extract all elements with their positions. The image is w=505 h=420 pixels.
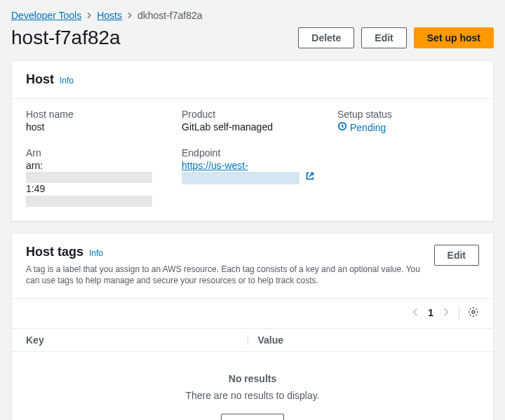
setup-host-button[interactable]: Set up host (414, 27, 494, 48)
gear-icon[interactable] (468, 306, 479, 320)
value-arn: arn: 1:49 (26, 160, 168, 207)
prop-endpoint: Endpoint https://us-west- (182, 147, 323, 207)
value-product: GitLab self-managed (182, 121, 323, 133)
chevron-right-icon (86, 10, 93, 21)
redacted-block (26, 172, 152, 183)
external-link-icon[interactable] (305, 172, 315, 183)
endpoint-link[interactable]: https://us-west- (182, 160, 248, 171)
host-panel-title: Host (26, 72, 54, 86)
host-tags-title: Host tags (26, 245, 83, 259)
prop-host-name: Host name host (26, 109, 168, 133)
pager-page: 1 (428, 307, 433, 318)
host-panel-body: Host name host Product GitLab self-manag… (12, 99, 493, 221)
breadcrumb-link-hosts[interactable]: Hosts (97, 10, 122, 21)
empty-subtitle: There are no results to display. (12, 390, 493, 401)
host-panel-header: Host Info (12, 61, 493, 99)
header-actions: Delete Edit Set up host (298, 27, 494, 48)
prop-arn: Arn arn: 1:49 (26, 147, 168, 207)
label-setup-status: Setup status (337, 109, 479, 120)
col-key[interactable]: Key (26, 334, 248, 346)
value-host-name: host (26, 121, 168, 133)
svg-point-1 (472, 311, 475, 313)
chevron-right-icon (126, 10, 133, 21)
label-arn: Arn (26, 147, 168, 158)
page-header: host-f7af82a Delete Edit Set up host (0, 27, 505, 60)
col-value[interactable]: Value (248, 334, 480, 346)
info-link[interactable]: Info (60, 76, 74, 86)
empty-title: No results (12, 373, 493, 384)
edit-button[interactable]: Edit (361, 27, 406, 48)
pending-icon (337, 121, 347, 133)
host-tags-header: Host tags Info A tag is a label that you… (12, 233, 493, 299)
add-tag-button[interactable]: Add tag (221, 414, 284, 420)
breadcrumb-link-devtools[interactable]: Developer Tools (11, 10, 81, 21)
breadcrumb-current: dkhost-f7af82a (137, 10, 203, 21)
divider (459, 306, 459, 320)
arn-prefix: arn: (26, 160, 43, 171)
pager-next[interactable] (442, 306, 450, 319)
pager-prev[interactable] (411, 306, 419, 319)
info-link[interactable]: Info (89, 248, 103, 258)
page-title: host-f7af82a (11, 27, 121, 49)
label-product: Product (182, 109, 323, 120)
tags-description: A tag is a label that you assign to an A… (26, 264, 423, 287)
redacted-block (182, 172, 299, 184)
tags-empty-state: No results There are no results to displ… (12, 352, 493, 420)
arn-suffix: 1:49 (26, 183, 45, 194)
status-text: Pending (350, 122, 386, 133)
delete-button[interactable]: Delete (298, 27, 354, 48)
host-tags-panel: Host tags Info A tag is a label that you… (11, 233, 494, 420)
breadcrumb: Developer Tools Hosts dkhost-f7af82a (0, 8, 505, 27)
value-setup-status: Pending (337, 121, 386, 133)
prop-product: Product GitLab self-managed (182, 109, 323, 133)
tags-table-header: Key Value (12, 328, 493, 352)
host-panel: Host Info Host name host Product GitLab … (11, 60, 494, 222)
redacted-block (26, 196, 152, 207)
edit-tags-button[interactable]: Edit (434, 245, 479, 266)
prop-setup-status: Setup status Pending (337, 109, 479, 133)
label-endpoint: Endpoint (182, 147, 323, 158)
label-host-name: Host name (26, 109, 168, 120)
pager: 1 (12, 299, 493, 328)
